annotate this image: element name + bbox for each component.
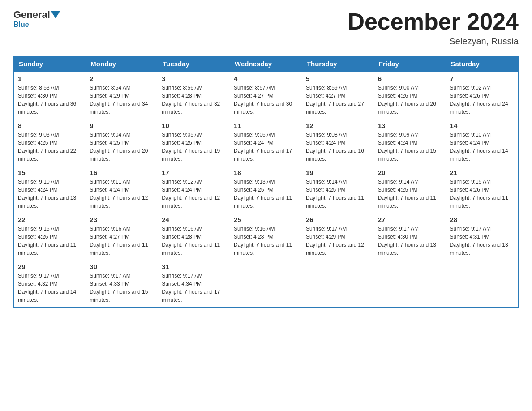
day-number: 3	[162, 75, 226, 82]
day-number: 4	[234, 75, 298, 82]
table-row: 26 Sunrise: 9:17 AM Sunset: 4:29 PM Dayl…	[302, 213, 374, 260]
logo-general-text: General	[13, 9, 50, 21]
day-number: 15	[18, 169, 82, 176]
day-info: Sunrise: 9:04 AM Sunset: 4:25 PM Dayligh…	[90, 131, 154, 163]
day-number: 19	[306, 169, 370, 176]
table-row: 7 Sunrise: 9:02 AM Sunset: 4:26 PM Dayli…	[446, 72, 518, 119]
day-info: Sunrise: 9:08 AM Sunset: 4:24 PM Dayligh…	[306, 131, 370, 163]
calendar-week-2: 8 Sunrise: 9:03 AM Sunset: 4:25 PM Dayli…	[14, 119, 518, 166]
table-row: 22 Sunrise: 9:15 AM Sunset: 4:26 PM Dayl…	[14, 213, 86, 260]
col-header-monday: Monday	[86, 56, 158, 72]
day-info: Sunrise: 8:57 AM Sunset: 4:27 PM Dayligh…	[234, 84, 298, 116]
table-row	[230, 260, 302, 308]
logo: General Blue	[13, 9, 61, 29]
table-row: 19 Sunrise: 9:14 AM Sunset: 4:25 PM Dayl…	[302, 166, 374, 213]
day-info: Sunrise: 8:54 AM Sunset: 4:29 PM Dayligh…	[90, 84, 154, 116]
day-info: Sunrise: 9:17 AM Sunset: 4:29 PM Dayligh…	[306, 225, 370, 257]
table-row: 30 Sunrise: 9:17 AM Sunset: 4:33 PM Dayl…	[86, 260, 158, 308]
day-number: 10	[162, 122, 226, 129]
day-info: Sunrise: 9:16 AM Sunset: 4:27 PM Dayligh…	[90, 225, 154, 257]
day-info: Sunrise: 9:16 AM Sunset: 4:28 PM Dayligh…	[162, 225, 226, 257]
day-number: 16	[90, 169, 154, 176]
day-number: 24	[162, 216, 226, 223]
day-info: Sunrise: 9:16 AM Sunset: 4:28 PM Dayligh…	[234, 225, 298, 257]
calendar-week-1: 1 Sunrise: 8:53 AM Sunset: 4:30 PM Dayli…	[14, 72, 518, 119]
table-row: 20 Sunrise: 9:14 AM Sunset: 4:25 PM Dayl…	[374, 166, 446, 213]
col-header-tuesday: Tuesday	[158, 56, 230, 72]
table-row: 9 Sunrise: 9:04 AM Sunset: 4:25 PM Dayli…	[86, 119, 158, 166]
day-number: 26	[306, 216, 370, 223]
table-row: 12 Sunrise: 9:08 AM Sunset: 4:24 PM Dayl…	[302, 119, 374, 166]
title-block: December 2024 Selezyan, Russia	[348, 9, 519, 47]
day-number: 2	[90, 75, 154, 82]
day-number: 18	[234, 169, 298, 176]
day-info: Sunrise: 9:17 AM Sunset: 4:31 PM Dayligh…	[450, 225, 514, 257]
table-row: 13 Sunrise: 9:09 AM Sunset: 4:24 PM Dayl…	[374, 119, 446, 166]
calendar-week-3: 15 Sunrise: 9:10 AM Sunset: 4:24 PM Dayl…	[14, 166, 518, 213]
day-info: Sunrise: 9:09 AM Sunset: 4:24 PM Dayligh…	[378, 131, 442, 163]
calendar-header-row: Sunday Monday Tuesday Wednesday Thursday…	[14, 56, 518, 72]
table-row: 11 Sunrise: 9:06 AM Sunset: 4:24 PM Dayl…	[230, 119, 302, 166]
day-info: Sunrise: 9:14 AM Sunset: 4:25 PM Dayligh…	[378, 178, 442, 210]
day-number: 12	[306, 122, 370, 129]
day-info: Sunrise: 9:17 AM Sunset: 4:30 PM Dayligh…	[378, 225, 442, 257]
day-info: Sunrise: 9:10 AM Sunset: 4:24 PM Dayligh…	[18, 178, 82, 210]
day-number: 17	[162, 169, 226, 176]
day-number: 14	[450, 122, 514, 129]
day-number: 25	[234, 216, 298, 223]
table-row: 15 Sunrise: 9:10 AM Sunset: 4:24 PM Dayl…	[14, 166, 86, 213]
day-info: Sunrise: 9:06 AM Sunset: 4:24 PM Dayligh…	[234, 131, 298, 163]
day-info: Sunrise: 9:12 AM Sunset: 4:24 PM Dayligh…	[162, 178, 226, 210]
table-row: 17 Sunrise: 9:12 AM Sunset: 4:24 PM Dayl…	[158, 166, 230, 213]
day-number: 21	[450, 169, 514, 176]
day-number: 30	[90, 263, 154, 270]
col-header-wednesday: Wednesday	[230, 56, 302, 72]
col-header-sunday: Sunday	[14, 56, 86, 72]
day-info: Sunrise: 9:13 AM Sunset: 4:25 PM Dayligh…	[234, 178, 298, 210]
calendar-week-4: 22 Sunrise: 9:15 AM Sunset: 4:26 PM Dayl…	[14, 213, 518, 260]
day-info: Sunrise: 8:59 AM Sunset: 4:27 PM Dayligh…	[306, 84, 370, 116]
day-number: 31	[162, 263, 226, 270]
day-info: Sunrise: 9:17 AM Sunset: 4:34 PM Dayligh…	[162, 272, 226, 304]
table-row: 25 Sunrise: 9:16 AM Sunset: 4:28 PM Dayl…	[230, 213, 302, 260]
table-row: 1 Sunrise: 8:53 AM Sunset: 4:30 PM Dayli…	[14, 72, 86, 119]
day-number: 20	[378, 169, 442, 176]
day-info: Sunrise: 8:53 AM Sunset: 4:30 PM Dayligh…	[18, 84, 82, 116]
table-row	[302, 260, 374, 308]
day-number: 5	[306, 75, 370, 82]
day-info: Sunrise: 9:05 AM Sunset: 4:25 PM Dayligh…	[162, 131, 226, 163]
table-row: 16 Sunrise: 9:11 AM Sunset: 4:24 PM Dayl…	[86, 166, 158, 213]
table-row: 18 Sunrise: 9:13 AM Sunset: 4:25 PM Dayl…	[230, 166, 302, 213]
day-number: 13	[378, 122, 442, 129]
day-info: Sunrise: 9:15 AM Sunset: 4:26 PM Dayligh…	[18, 225, 82, 257]
table-row: 23 Sunrise: 9:16 AM Sunset: 4:27 PM Dayl…	[86, 213, 158, 260]
table-row: 24 Sunrise: 9:16 AM Sunset: 4:28 PM Dayl…	[158, 213, 230, 260]
table-row: 2 Sunrise: 8:54 AM Sunset: 4:29 PM Dayli…	[86, 72, 158, 119]
day-number: 1	[18, 75, 82, 82]
table-row: 3 Sunrise: 8:56 AM Sunset: 4:28 PM Dayli…	[158, 72, 230, 119]
day-info: Sunrise: 9:02 AM Sunset: 4:26 PM Dayligh…	[450, 84, 514, 116]
table-row: 29 Sunrise: 9:17 AM Sunset: 4:32 PM Dayl…	[14, 260, 86, 308]
day-info: Sunrise: 9:15 AM Sunset: 4:26 PM Dayligh…	[450, 178, 514, 210]
day-info: Sunrise: 9:17 AM Sunset: 4:33 PM Dayligh…	[90, 272, 154, 304]
day-number: 28	[450, 216, 514, 223]
day-number: 8	[18, 122, 82, 129]
day-info: Sunrise: 9:11 AM Sunset: 4:24 PM Dayligh…	[90, 178, 154, 210]
table-row: 5 Sunrise: 8:59 AM Sunset: 4:27 PM Dayli…	[302, 72, 374, 119]
day-info: Sunrise: 9:10 AM Sunset: 4:24 PM Dayligh…	[450, 131, 514, 163]
day-info: Sunrise: 9:17 AM Sunset: 4:32 PM Dayligh…	[18, 272, 82, 304]
table-row: 21 Sunrise: 9:15 AM Sunset: 4:26 PM Dayl…	[446, 166, 518, 213]
day-number: 23	[90, 216, 154, 223]
month-title: December 2024	[348, 9, 519, 34]
day-number: 11	[234, 122, 298, 129]
table-row: 6 Sunrise: 9:00 AM Sunset: 4:26 PM Dayli…	[374, 72, 446, 119]
day-info: Sunrise: 9:14 AM Sunset: 4:25 PM Dayligh…	[306, 178, 370, 210]
col-header-thursday: Thursday	[302, 56, 374, 72]
day-info: Sunrise: 8:56 AM Sunset: 4:28 PM Dayligh…	[162, 84, 226, 116]
table-row	[446, 260, 518, 308]
day-number: 6	[378, 75, 442, 82]
logo-triangle-icon	[51, 11, 60, 18]
table-row: 8 Sunrise: 9:03 AM Sunset: 4:25 PM Dayli…	[14, 119, 86, 166]
day-number: 22	[18, 216, 82, 223]
logo-blue-text: Blue	[13, 21, 29, 29]
